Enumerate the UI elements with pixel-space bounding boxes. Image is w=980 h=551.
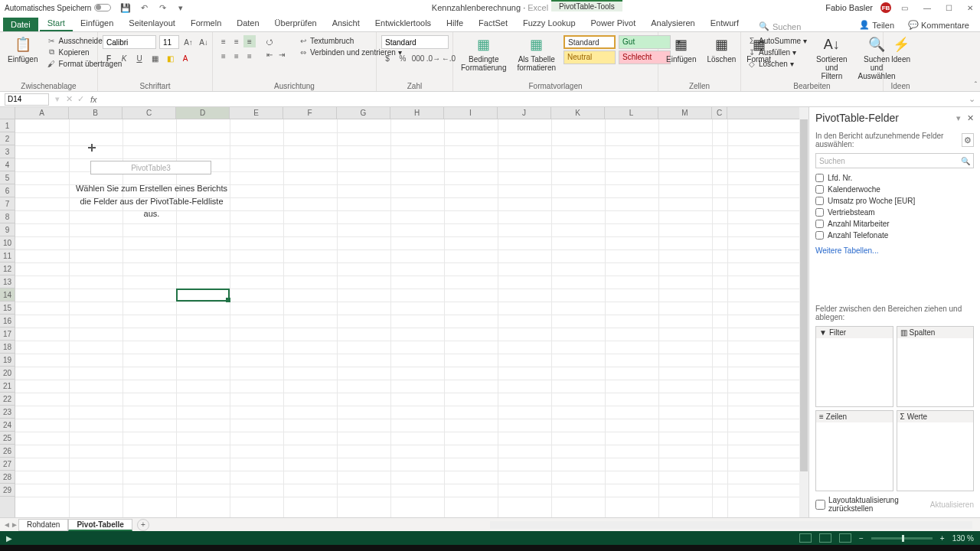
autosave-toggle[interactable]: Automatisches Speichern <box>5 4 111 12</box>
row-header[interactable]: 13 <box>0 276 15 289</box>
col-header[interactable]: I <box>444 107 498 119</box>
share-button[interactable]: 👤Teilen <box>854 18 899 31</box>
tab-formeln[interactable]: Formeln <box>183 16 229 31</box>
minimize-icon[interactable]: — <box>922 2 933 13</box>
record-macro-icon[interactable]: ▶ <box>6 534 12 543</box>
align-bottom-icon[interactable]: ≡ <box>243 35 256 47</box>
field-item[interactable]: Anzahl Mitarbeiter <box>815 219 974 229</box>
row-header[interactable]: 21 <box>0 380 15 393</box>
cancel-formula-icon[interactable]: ✕ <box>66 94 73 104</box>
tab-ansicht[interactable]: Ansicht <box>325 16 368 31</box>
horizontal-scrollbar[interactable] <box>490 521 972 529</box>
row-header[interactable]: 27 <box>0 458 15 471</box>
tab-entwurf[interactable]: Entwurf <box>703 16 746 31</box>
shrink-font-icon[interactable]: A↓ <box>198 36 210 48</box>
sheet-tab[interactable]: Rohdaten <box>18 519 68 531</box>
paste-button[interactable]: 📋 Einfügen <box>5 35 41 65</box>
area-filter[interactable]: ▼Filter <box>815 326 893 407</box>
area-values[interactable]: ΣWerte <box>897 410 975 491</box>
col-header[interactable]: D <box>176 107 230 119</box>
qat-customize-icon[interactable]: ▾ <box>175 2 186 13</box>
comments-button[interactable]: 💬Kommentare <box>903 18 974 31</box>
tab-analysieren[interactable]: Analysieren <box>643 16 702 31</box>
increase-indent-icon[interactable]: ⇥ <box>276 48 288 60</box>
ribbon-display-icon[interactable]: ▭ <box>899 2 910 13</box>
col-header[interactable]: E <box>230 107 283 119</box>
zoom-level[interactable]: 130 % <box>952 534 974 543</box>
row-header[interactable]: 8 <box>0 210 15 223</box>
col-header[interactable]: A <box>15 107 69 119</box>
align-center-icon[interactable]: ≡ <box>230 50 243 62</box>
close-icon[interactable]: ✕ <box>965 2 975 13</box>
tab-fuzzy lookup[interactable]: Fuzzy Lookup <box>515 16 583 31</box>
avatar[interactable]: FB <box>880 2 891 13</box>
italic-button[interactable]: K <box>118 52 130 64</box>
row-header[interactable]: 10 <box>0 236 15 249</box>
col-header[interactable]: C <box>122 107 176 119</box>
vertical-scrollbar[interactable] <box>799 107 808 517</box>
bold-button[interactable]: F <box>103 52 115 64</box>
decrease-indent-icon[interactable]: ⇤ <box>263 48 276 60</box>
col-header[interactable]: K <box>551 107 605 119</box>
pane-close-icon[interactable]: ✕ <box>967 113 974 123</box>
row-header[interactable]: 12 <box>0 262 15 276</box>
accounting-icon[interactable]: $ <box>381 52 394 64</box>
borders-icon[interactable]: ▦ <box>149 52 161 64</box>
col-header[interactable]: C <box>712 107 727 119</box>
gear-icon[interactable]: ⚙ <box>962 133 974 147</box>
row-header[interactable]: 14 <box>0 289 15 302</box>
align-top-icon[interactable]: ≡ <box>217 35 230 47</box>
tab-entwicklertools[interactable]: Entwicklertools <box>368 16 439 31</box>
row-header[interactable]: 1 <box>0 119 15 132</box>
tab-hilfe[interactable]: Hilfe <box>439 16 471 31</box>
conditional-formatting-button[interactable]: ▦Bedingte Formatierung <box>458 35 509 73</box>
field-item[interactable]: Lfd. Nr. <box>815 173 974 183</box>
tell-me-search[interactable]: 🔍 Suchen <box>759 21 801 31</box>
col-header[interactable]: L <box>605 107 658 119</box>
maximize-icon[interactable]: ☐ <box>943 2 954 13</box>
underline-button[interactable]: U <box>133 52 145 64</box>
row-header[interactable]: 18 <box>0 341 15 354</box>
area-columns[interactable]: ▥Spalten <box>897 326 975 407</box>
align-right-icon[interactable]: ≡ <box>243 50 256 62</box>
col-header[interactable]: M <box>658 107 712 119</box>
area-rows[interactable]: ≡Zeilen <box>815 410 893 491</box>
col-header[interactable]: G <box>337 107 390 119</box>
row-header[interactable]: 4 <box>0 158 15 171</box>
field-item[interactable]: Vertriebsteam <box>815 207 974 217</box>
row-header[interactable]: 11 <box>0 249 15 262</box>
font-size-input[interactable] <box>159 35 179 49</box>
sort-filter-button[interactable]: A↓Sortieren und Filtern <box>813 35 851 82</box>
tab-power pivot[interactable]: Power Pivot <box>583 16 644 31</box>
sheet-nav-prev-icon[interactable]: ◄ <box>3 520 11 529</box>
format-as-table-button[interactable]: ▦Als Tabelle formatieren <box>514 35 559 73</box>
sheet-tab[interactable]: Pivot-Tabelle <box>68 519 132 531</box>
view-layout-icon[interactable] <box>819 533 831 543</box>
name-box[interactable] <box>5 93 49 106</box>
clear-button[interactable]: ◇Löschen ▾ <box>746 58 808 69</box>
row-header[interactable]: 5 <box>0 171 15 184</box>
select-all-corner[interactable] <box>0 107 15 119</box>
delete-cells-button[interactable]: ▦Löschen <box>704 35 739 65</box>
row-header[interactable]: 29 <box>0 484 15 497</box>
zoom-in-icon[interactable]: + <box>940 534 945 543</box>
row-header[interactable]: 22 <box>0 393 15 406</box>
undo-icon[interactable]: ↶ <box>139 2 149 13</box>
fill-button[interactable]: ↧Ausfüllen ▾ <box>746 47 808 57</box>
zoom-out-icon[interactable]: − <box>859 534 864 543</box>
row-header[interactable]: 28 <box>0 471 15 484</box>
more-tables-link[interactable]: Weitere Tabellen... <box>815 246 974 255</box>
row-header[interactable]: 6 <box>0 184 15 197</box>
row-header[interactable]: 25 <box>0 432 15 445</box>
add-sheet-button[interactable]: + <box>137 519 149 531</box>
row-header[interactable]: 24 <box>0 419 15 432</box>
row-header[interactable]: 3 <box>0 145 15 158</box>
font-name-input[interactable] <box>103 35 156 49</box>
sheet-nav-next-icon[interactable]: ► <box>11 520 18 529</box>
row-header[interactable]: 20 <box>0 367 15 380</box>
col-header[interactable]: H <box>390 107 444 119</box>
zoom-slider[interactable] <box>871 537 933 540</box>
style-neutral[interactable]: Neutral <box>564 51 616 64</box>
field-search-input[interactable]: Suchen 🔍 <box>815 153 974 168</box>
row-header[interactable]: 26 <box>0 445 15 458</box>
